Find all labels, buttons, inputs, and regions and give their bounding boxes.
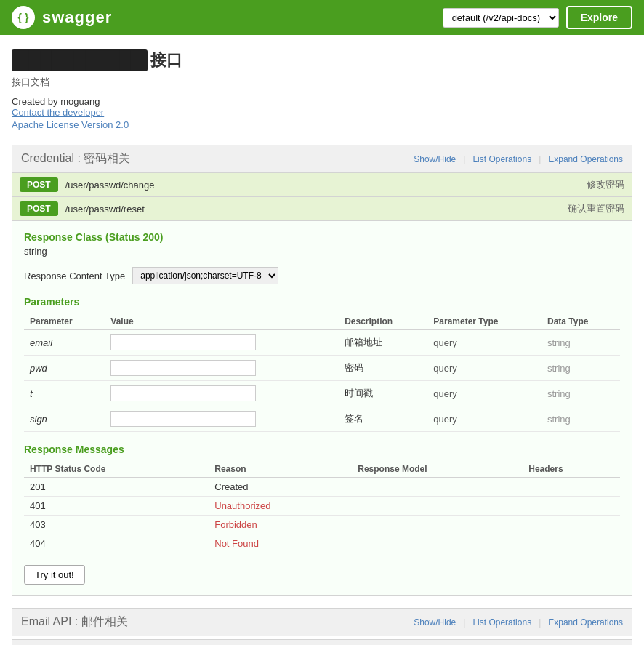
parameters-table: Parameter Value Description Parameter Ty… (24, 313, 620, 432)
table-row: t 时间戳 query string (24, 381, 620, 406)
param-type: query (427, 406, 542, 432)
param-description: 签名 (339, 406, 427, 432)
param-value-input[interactable] (110, 334, 256, 350)
resp-header-reason: Reason (209, 461, 352, 478)
email-section-title: Email API : 邮件相关 (21, 614, 128, 630)
response-headers (523, 497, 620, 516)
try-it-out-button[interactable]: Try it out! (24, 565, 85, 585)
endpoint-desc-change: 修改密码 (587, 178, 624, 191)
reason: Created (209, 478, 352, 497)
param-datatype: string (542, 330, 620, 356)
page-subtitle: 接口文档 (12, 76, 632, 89)
main-content: ███████████接口 接口文档 Created by moguang Co… (0, 35, 644, 645)
response-headers (523, 534, 620, 553)
param-description: 邮箱地址 (339, 330, 427, 356)
app-title: swagger (42, 8, 112, 27)
resp-header-headers: Headers (523, 461, 620, 478)
param-datatype: string (542, 381, 620, 406)
swagger-logo: { } (12, 6, 35, 29)
status-code: 201 (24, 478, 209, 497)
credential-section-title: Credential : 密码相关 (21, 151, 130, 167)
method-badge-reset: POST (20, 201, 58, 216)
response-model (352, 534, 523, 553)
parameters-title: Parameters (24, 296, 620, 308)
param-type: query (427, 330, 542, 356)
email-section-actions: Show/Hide | List Operations | Expand Ope… (414, 617, 623, 628)
table-row: sign 签名 query string (24, 406, 620, 432)
param-type: query (427, 381, 542, 406)
endpoint-path-reset: /user/passwd/reset (65, 204, 145, 215)
param-description: 时间戳 (339, 381, 427, 406)
response-messages-title: Response Messages (24, 444, 620, 455)
imagevalidate-section: ImageValidate : 安全验证 Show/Hide | List Op… (12, 639, 632, 645)
table-row: 201 Created (24, 478, 620, 497)
param-value-input[interactable] (110, 360, 256, 376)
email-section: Email API : 邮件相关 Show/Hide | List Operat… (12, 608, 632, 636)
credential-list-operations-link[interactable]: List Operations (472, 154, 531, 164)
param-name: t (30, 388, 33, 399)
param-header-type: Parameter Type (427, 313, 542, 330)
page-title-area: ███████████接口 (12, 49, 632, 71)
resp-header-model: Response Model (352, 461, 523, 478)
email-expand-operations-link[interactable]: Expand Operations (548, 617, 623, 628)
param-name: sign (30, 414, 47, 425)
email-list-operations-link[interactable]: List Operations (472, 617, 531, 628)
table-row: 403 Forbidden (24, 516, 620, 534)
endpoint-desc-reset: 确认重置密码 (568, 202, 624, 215)
param-value-input[interactable] (110, 411, 256, 427)
response-model (352, 516, 523, 534)
credential-section: Credential : 密码相关 Show/Hide | List Opera… (12, 145, 632, 596)
content-type-select[interactable]: application/json;charset=UTF-8 (132, 267, 278, 284)
method-badge-change: POST (20, 177, 58, 192)
credential-section-actions: Show/Hide | List Operations | Expand Ope… (414, 154, 623, 164)
blurred-title: ███████████ (12, 49, 148, 71)
table-row: pwd 密码 query string (24, 356, 620, 381)
param-name: pwd (30, 363, 47, 374)
email-show-hide-link[interactable]: Show/Hide (414, 617, 456, 628)
app-header: { } swagger default (/v2/api-docs) Explo… (0, 0, 644, 35)
param-header-parameter: Parameter (24, 313, 105, 330)
response-model (352, 478, 523, 497)
table-row: 401 Unauthorized (24, 497, 620, 516)
response-messages-table: HTTP Status Code Reason Response Model H… (24, 461, 620, 553)
response-model (352, 497, 523, 516)
param-header-datatype: Data Type (542, 313, 620, 330)
response-class-value: string (24, 246, 620, 257)
email-section-header: Email API : 邮件相关 Show/Hide | List Operat… (12, 609, 632, 636)
endpoint-expanded-area: Response Class (Status 200) string Respo… (12, 221, 632, 596)
status-code: 403 (24, 516, 209, 534)
endpoint-row-change[interactable]: POST /user/passwd/change 修改密码 (12, 173, 632, 197)
param-datatype: string (542, 356, 620, 381)
content-type-label: Response Content Type (24, 271, 125, 281)
contact-developer-link[interactable]: Contact the developer (12, 107, 632, 118)
param-datatype: string (542, 406, 620, 432)
license-link[interactable]: Apache License Version 2.0 (12, 119, 632, 130)
endpoint-path-change: /user/passwd/change (65, 180, 155, 191)
imagevalidate-section-header: ImageValidate : 安全验证 Show/Hide | List Op… (12, 640, 632, 645)
reason: Forbidden (209, 516, 352, 534)
reason: Unauthorized (209, 497, 352, 516)
param-name: email (30, 337, 52, 348)
resp-header-code: HTTP Status Code (24, 461, 209, 478)
status-code: 401 (24, 497, 209, 516)
created-by: Created by moguang (12, 96, 632, 107)
response-headers (523, 516, 620, 534)
status-code: 404 (24, 534, 209, 553)
credential-section-header: Credential : 密码相关 Show/Hide | List Opera… (12, 145, 632, 173)
response-headers (523, 478, 620, 497)
reason: Not Found (209, 534, 352, 553)
param-value-input[interactable] (110, 385, 256, 401)
credential-expand-operations-link[interactable]: Expand Operations (548, 154, 623, 164)
table-row: email 邮箱地址 query string (24, 330, 620, 356)
param-header-description: Description (339, 313, 427, 330)
response-class-title: Response Class (Status 200) (24, 231, 620, 243)
table-row: 404 Not Found (24, 534, 620, 553)
header-left: { } swagger (12, 6, 112, 29)
api-selector[interactable]: default (/v2/api-docs) (443, 8, 559, 28)
page-title-suffix: 接口 (150, 51, 182, 69)
content-type-row: Response Content Type application/json;c… (24, 267, 620, 284)
endpoint-row-reset[interactable]: POST /user/passwd/reset 确认重置密码 (12, 197, 632, 221)
param-header-value: Value (105, 313, 339, 330)
explore-button[interactable]: Explore (566, 6, 632, 29)
credential-show-hide-link[interactable]: Show/Hide (414, 154, 456, 164)
